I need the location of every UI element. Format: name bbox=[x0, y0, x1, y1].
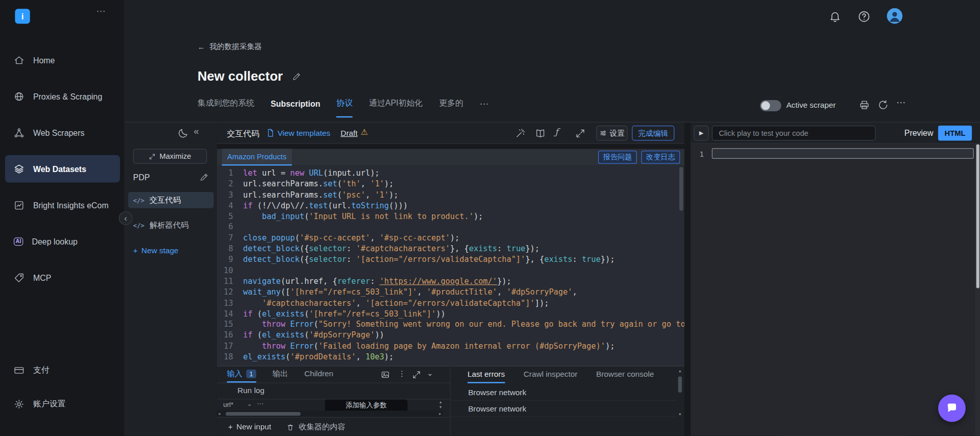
sidebar-menu-dots-icon[interactable]: ⋯ bbox=[96, 6, 107, 17]
errors-tab-crawl-inspector[interactable]: Crawl inspector bbox=[524, 367, 577, 383]
wand-icon[interactable] bbox=[515, 128, 526, 139]
tab-protocol[interactable]: 协议 bbox=[336, 98, 353, 117]
code-line[interactable]: 17 throw Error('Failed loading page by A… bbox=[217, 341, 684, 351]
user-avatar[interactable] bbox=[887, 8, 903, 24]
errors-scrollbar[interactable]: ▲ ▼ bbox=[676, 368, 684, 428]
code-line[interactable]: 8detect_block({selector: '#captchacharac… bbox=[217, 243, 684, 254]
theme-moon-icon[interactable] bbox=[178, 128, 189, 139]
tab-more[interactable]: 更多的 bbox=[439, 98, 463, 117]
expand-editor-icon[interactable] bbox=[575, 128, 586, 139]
collector-content-button[interactable]: 收集器的内容 bbox=[286, 422, 346, 432]
tab-subscription[interactable]: Subscription bbox=[271, 100, 320, 118]
refresh-icon[interactable] bbox=[877, 100, 889, 111]
code-scrollbar[interactable] bbox=[679, 167, 683, 211]
sidebar-item-home[interactable]: Home bbox=[5, 46, 120, 74]
code-line[interactable]: 1let url = new URL(input.url); bbox=[217, 167, 684, 178]
io-tab-input[interactable]: 输入1 bbox=[227, 367, 256, 383]
brightdata-logo[interactable]: i bbox=[15, 9, 30, 23]
function-icon[interactable]: ƒ bbox=[555, 127, 558, 137]
io-tab-output[interactable]: 输出 bbox=[273, 367, 288, 383]
stage-item-parser-code[interactable]: </>解析器代码 bbox=[128, 217, 214, 233]
sidebar-item-account-settings[interactable]: 账户设置 bbox=[5, 390, 120, 418]
breadcrumb[interactable]: ← 我的数据采集器 bbox=[198, 41, 262, 52]
code-line[interactable]: 10 bbox=[217, 265, 684, 276]
screenshot-image-icon[interactable] bbox=[381, 370, 390, 379]
code-line[interactable]: 4if (!/\/dp\//.test(url.toString())) bbox=[217, 200, 684, 211]
io-expand-icon[interactable] bbox=[412, 370, 421, 379]
add-input-param-button[interactable]: 添加输入参数 bbox=[325, 399, 408, 410]
code-line[interactable]: 5 bad_input('Input URL is not link to pr… bbox=[217, 211, 684, 222]
play-button[interactable]: ▶ bbox=[694, 126, 708, 140]
new-stage-button[interactable]: + New stage bbox=[133, 246, 179, 255]
io-horizontal-scrollbar[interactable]: ◂ ▸ bbox=[217, 410, 443, 417]
edit-title-pencil-icon[interactable] bbox=[291, 71, 301, 81]
settings-button[interactable]: 设置 bbox=[596, 126, 627, 140]
report-issue-button[interactable]: 报告问题 bbox=[598, 151, 637, 164]
sidebar-item-payment[interactable]: 支付 bbox=[5, 356, 120, 384]
error-list-item[interactable]: Browser network bbox=[451, 401, 677, 417]
stage-item-interaction-code[interactable]: </>交互代码 bbox=[128, 192, 214, 208]
code-line[interactable]: 9detect_block({selector: '[action="/erro… bbox=[217, 254, 684, 265]
code-editor[interactable]: 1let url = new URL(input.url);2url.searc… bbox=[217, 165, 684, 366]
code-tab-amazon-products[interactable]: Amazon Products bbox=[222, 149, 292, 165]
tab-api-init[interactable]: 通过API初始化 bbox=[369, 98, 423, 117]
sidebar-item-mcp[interactable]: MCP bbox=[5, 264, 120, 292]
code-line[interactable]: 16if (el_exists('#dpSorryPage')) bbox=[217, 330, 684, 341]
io-kebab-icon[interactable]: ⋮ bbox=[398, 370, 406, 378]
docs-book-icon[interactable] bbox=[535, 128, 546, 139]
sidebar-item-bright-insights-ecom[interactable]: Bright Insights eCom bbox=[5, 191, 120, 219]
help-icon[interactable] bbox=[857, 10, 871, 23]
code-line[interactable]: 3url.searchParams.set('psc', '1'); bbox=[217, 189, 684, 200]
preview-scroll-thumb[interactable] bbox=[976, 144, 979, 288]
preview-scrollbar[interactable] bbox=[975, 144, 980, 436]
field-more-dots-icon[interactable]: ⋯ bbox=[257, 399, 263, 407]
active-scraper-toggle[interactable] bbox=[760, 100, 781, 111]
code-line[interactable]: 11navigate(url.href, {referer: 'https://… bbox=[217, 276, 684, 286]
input-field-name[interactable]: url* bbox=[223, 401, 233, 408]
preview-mode-label[interactable]: Preview bbox=[904, 128, 934, 137]
notifications-bell-icon[interactable] bbox=[829, 10, 841, 22]
run-log-tab[interactable]: Run log bbox=[237, 386, 264, 395]
code-line[interactable]: 7close_popup('#sp-cc-accept', '#sp-cc-ac… bbox=[217, 232, 684, 243]
scroll-down-icon[interactable]: ▼ bbox=[439, 405, 443, 408]
io-collapse-chevron-icon[interactable]: ⌄ bbox=[427, 369, 433, 377]
tabs-more-dots-icon[interactable]: ⋯ bbox=[480, 99, 489, 117]
header-more-dots-icon[interactable]: ⋯ bbox=[896, 97, 906, 108]
tab-integrate[interactable]: 集成到您的系统 bbox=[198, 98, 254, 117]
finish-editing-button[interactable]: 完成编辑 bbox=[632, 126, 674, 140]
field-chevron-icon[interactable]: ⌄ bbox=[247, 400, 252, 407]
errors-scroll-thumb[interactable] bbox=[678, 376, 682, 393]
test-code-input[interactable]: Click play to test your code bbox=[712, 126, 876, 140]
scroll-up-icon[interactable]: ▲ bbox=[676, 369, 684, 372]
preview-input-box[interactable] bbox=[712, 148, 974, 159]
code-line[interactable]: 14if (el_exists('[href="/ref=cs_503_link… bbox=[217, 308, 684, 319]
sidebar-item-proxies-scraping[interactable]: Proxies & Scraping bbox=[5, 83, 120, 110]
code-line[interactable]: 13 '#captchacharacters', '[action="/erro… bbox=[217, 297, 684, 308]
io-tab-children[interactable]: Children bbox=[304, 367, 333, 383]
code-line[interactable]: 2url.searchParams.set('th', '1'); bbox=[217, 178, 684, 189]
io-mini-scrollbar[interactable]: ▲ ▼ bbox=[437, 399, 445, 410]
new-input-button[interactable]: + New input bbox=[228, 423, 271, 431]
maximize-button[interactable]: Maximize bbox=[133, 149, 207, 163]
edit-stage-group-pencil-icon[interactable] bbox=[200, 173, 209, 182]
view-templates-link[interactable]: View templates bbox=[278, 129, 331, 137]
code-line[interactable]: 18el_exists('#prodDetails', 10e3); bbox=[217, 351, 684, 362]
code-line[interactable]: 15 throw Error("Sorry! Something went wr… bbox=[217, 319, 684, 330]
sidebar-item-web-datasets[interactable]: Web Datasets bbox=[5, 155, 120, 183]
print-icon[interactable] bbox=[859, 100, 870, 111]
sidebar-item-web-scrapers[interactable]: Web Scrapers bbox=[5, 119, 120, 147]
stage-panel-collapse-icon[interactable]: « bbox=[194, 126, 199, 136]
scroll-down-icon[interactable]: ▼ bbox=[676, 413, 684, 416]
errors-tab-browser-console[interactable]: Browser console bbox=[596, 367, 654, 383]
sidebar-item-deep-lookup[interactable]: AIDeep lookup bbox=[5, 228, 120, 255]
scroll-right-icon[interactable]: ▸ bbox=[439, 411, 441, 417]
errors-tab-last-errors[interactable]: Last errors bbox=[468, 367, 505, 383]
draft-link[interactable]: Draft bbox=[340, 129, 357, 137]
html-mode-button[interactable]: HTML bbox=[938, 126, 972, 140]
io-hscroll-thumb[interactable] bbox=[226, 412, 301, 416]
code-line[interactable]: 6 bbox=[217, 222, 684, 232]
scroll-up-icon[interactable]: ▲ bbox=[439, 400, 443, 404]
chat-widget-button[interactable] bbox=[938, 395, 966, 422]
sidebar-collapse-button[interactable]: ‹ bbox=[119, 211, 133, 225]
code-line[interactable]: 12wait_any(['[href="/ref=cs_503_link"]',… bbox=[217, 286, 684, 297]
